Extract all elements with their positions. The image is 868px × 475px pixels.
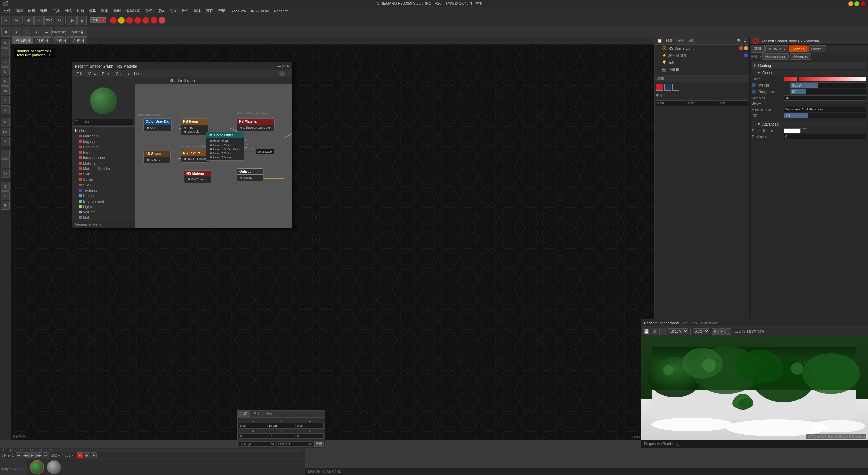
rs-tab-coating[interactable]: Coating: [789, 45, 808, 52]
cube-btn[interactable]: ■: [1, 27, 11, 37]
node-color-user-dal[interactable]: Color User Dal Out: [143, 118, 172, 131]
tool-add[interactable]: +: [1, 48, 10, 57]
sg-canvas[interactable]: Color User Dal Out: [135, 84, 292, 228]
transmittance-picker-btn[interactable]: ✎: [802, 128, 807, 133]
swatch-red[interactable]: [656, 84, 663, 91]
node-rs-ramp[interactable]: RS Ramp Inpt Out Color: [181, 118, 208, 135]
node-rs-material-top[interactable]: RS Material Diffuse Cr Out Color: [237, 118, 275, 131]
cat-textures[interactable]: Textures: [74, 188, 133, 193]
tx-field[interactable]: 0 cm: [656, 100, 686, 106]
status-btn-1[interactable]: [110, 17, 117, 24]
obj-search-btn[interactable]: 🔍: [737, 39, 742, 43]
menu-plugins[interactable]: 插件: [180, 7, 191, 14]
menu-window[interactable]: 窗口: [204, 7, 216, 14]
tool-poly[interactable]: ⬡: [1, 169, 10, 178]
rv-auto-select[interactable]: Auto: [693, 328, 709, 334]
tool-point[interactable]: ·: [1, 150, 10, 159]
status-btn-6[interactable]: [151, 17, 157, 24]
cat-environment[interactable]: Environment: [74, 198, 133, 204]
obj-row-particles[interactable]: ⚡ 粒子发射器: [655, 52, 749, 59]
live-select-btn[interactable]: ⊕: [24, 16, 34, 25]
cat-incandescent[interactable]: Incandescent: [74, 155, 133, 160]
color-prop-swatch[interactable]: [784, 77, 797, 81]
record-btn[interactable]: ●: [77, 452, 83, 458]
tool-scale[interactable]: ⇔: [1, 77, 10, 86]
node-search-input[interactable]: [74, 119, 133, 125]
sg-minimize[interactable]: —: [277, 64, 281, 68]
swatch-dark[interactable]: [672, 84, 679, 91]
tool-snap[interactable]: ⊙: [1, 182, 10, 191]
rs-tab-basic[interactable]: 基础: [751, 45, 765, 53]
menu-select[interactable]: 选择: [38, 7, 50, 14]
rs-tab-overall[interactable]: Overall: [808, 45, 826, 52]
undo-btn[interactable]: ↩: [1, 16, 11, 25]
python-btn[interactable]: Python🐍: [67, 27, 87, 37]
rv-menu-view[interactable]: View: [690, 321, 698, 325]
coord-tab-size[interactable]: 尺寸: [250, 411, 263, 417]
cat-skin[interactable]: Skin: [74, 171, 133, 177]
weight-prop-value[interactable]: 0.369: [790, 82, 866, 88]
sg-close[interactable]: ✕: [286, 64, 289, 68]
transport-play[interactable]: ▶: [29, 452, 36, 458]
tool-uv[interactable]: UV: [1, 128, 10, 136]
coord-y-value[interactable]: 10 cm: [268, 423, 295, 429]
mat-tab-cycles[interactable]: Cycles 4D: [9, 468, 23, 471]
menu-script[interactable]: 脚本: [192, 7, 203, 14]
scale-btn[interactable]: XYZ: [44, 16, 54, 25]
menu-character[interactable]: 角色: [143, 7, 155, 14]
plane-btn[interactable]: ▬: [42, 27, 52, 37]
render-view-btn[interactable]: ⊞: [77, 16, 87, 25]
coord-size-select[interactable]: 绑对尺寸: [277, 441, 313, 447]
menu-file[interactable]: 文件: [1, 7, 13, 14]
ior-prop-value[interactable]: 1.4: [784, 113, 866, 118]
obj-row-lights[interactable]: 💡 光照: [655, 59, 749, 66]
advanced-section-header[interactable]: ▼ Advanced: [752, 121, 866, 127]
rv-menu-file[interactable]: File: [682, 321, 688, 325]
obj-panel-tab-content[interactable]: 内容: [687, 38, 695, 43]
thickness-prop-value[interactable]: 0.1: [784, 134, 866, 139]
node-4d-shader[interactable]: 4D Shade Texture: [143, 151, 171, 163]
coord-obj-select[interactable]: 对象 (粒子?): [239, 441, 275, 447]
tool-axis[interactable]: ⊕: [1, 191, 10, 200]
obj-row-dome-light[interactable]: RS Dome Light: [655, 45, 749, 52]
transport-back[interactable]: ◀◀: [23, 452, 29, 458]
transmittance-swatch[interactable]: [784, 128, 801, 133]
cat-material[interactable]: Material: [74, 160, 133, 166]
redo-btn[interactable]: ↪: [12, 16, 21, 25]
menu-animate[interactable]: 动画: [75, 7, 86, 14]
tool-select-circle[interactable]: ○: [1, 96, 10, 104]
minimize-btn[interactable]: [848, 1, 853, 6]
mat-tab-materials[interactable]: 材质: [1, 467, 8, 472]
node-rs-texture[interactable]: RS Texture Tex Out Color: [181, 150, 210, 163]
coord-tab-rotation[interactable]: 旋转: [263, 411, 275, 417]
rv-menu-customize[interactable]: Customize: [701, 321, 719, 325]
cat-nodes[interactable]: Nodes:: [74, 128, 133, 133]
menu-help[interactable]: 帮助: [216, 7, 228, 14]
status-btn-3[interactable]: [126, 17, 133, 24]
cat-sprite[interactable]: Sprite: [74, 177, 133, 182]
mat-swatch-1[interactable]: RS Matt: [30, 460, 44, 475]
coord-tab-position[interactable]: 位置: [238, 411, 250, 417]
menu-edit[interactable]: 编辑: [14, 7, 25, 14]
menu-sculpt[interactable]: 雕刻: [111, 7, 123, 14]
menu-hair[interactable]: 毛发: [167, 7, 179, 14]
tool-animate[interactable]: A: [1, 137, 10, 146]
menu-create[interactable]: 创建: [26, 7, 37, 14]
cat-volume[interactable]: Volume: [74, 209, 133, 215]
rs-tab-multisss[interactable]: Multi-SSS: [765, 45, 788, 52]
cat-sss[interactable]: SSS: [74, 182, 133, 188]
vp-tab-perspective[interactable]: 透视视图: [12, 37, 33, 44]
tool-move[interactable]: ✛: [1, 58, 10, 66]
vp-tab-top[interactable]: 顶视图: [34, 37, 51, 44]
roughness-check[interactable]: [752, 90, 756, 94]
node-output[interactable]: Output Surfac: [237, 168, 264, 181]
menu-simulate[interactable]: 模拟: [87, 7, 98, 14]
roughness-prop-value[interactable]: 0.2: [790, 89, 866, 94]
sphere-btn[interactable]: ●: [12, 27, 21, 37]
rv-fit-label[interactable]: Fit Window: [747, 329, 764, 333]
coating-section-header[interactable]: ▼ Coating: [752, 62, 866, 69]
rs-subtab-optimizations[interactable]: Optimizations: [762, 53, 789, 60]
coord-rx-value[interactable]: 0 °: [239, 433, 267, 439]
menu-fluid[interactable]: 流体: [155, 7, 167, 14]
cat-lights[interactable]: Lights: [74, 204, 133, 209]
